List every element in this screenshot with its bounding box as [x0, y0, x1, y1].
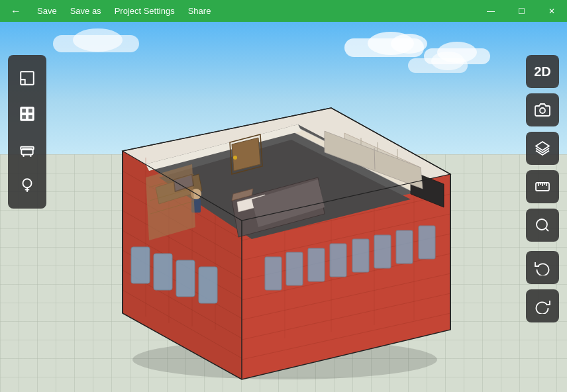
redo-icon: [535, 298, 550, 314]
save-as-button[interactable]: Save as: [65, 3, 107, 19]
svg-rect-70: [21, 72, 34, 85]
svg-rect-74: [21, 108, 26, 113]
layers-icon: [535, 140, 550, 156]
zoom-button[interactable]: [526, 209, 559, 242]
save-button[interactable]: Save: [32, 3, 62, 19]
furniture-icon: [19, 141, 36, 158]
svg-point-85: [540, 108, 545, 113]
window-controls: — ☐ ✕: [476, 0, 567, 22]
plant-tool-button[interactable]: [9, 168, 45, 203]
title-bar: ← Save Save as Project Settings Share — …: [0, 0, 567, 22]
project-settings-button[interactable]: Project Settings: [109, 3, 180, 19]
furniture-tool-button[interactable]: [9, 132, 45, 168]
back-button[interactable]: ←: [5, 3, 26, 20]
redo-button[interactable]: [526, 289, 559, 322]
right-sidebar: 2D: [526, 55, 559, 322]
plant-icon: [19, 177, 36, 194]
svg-rect-76: [21, 115, 26, 120]
search-icon: [535, 217, 550, 233]
2d-toggle-button[interactable]: 2D: [526, 55, 559, 88]
svg-rect-79: [21, 147, 34, 150]
layers-button[interactable]: [526, 132, 559, 165]
maximize-button[interactable]: ☐: [506, 0, 537, 22]
svg-rect-77: [28, 115, 33, 120]
ruler-button[interactable]: [526, 170, 559, 203]
share-button[interactable]: Share: [183, 3, 217, 19]
svg-rect-75: [28, 108, 33, 113]
ground-grid: [0, 154, 567, 392]
window-icon: [19, 105, 36, 122]
room-icon: [19, 70, 36, 87]
sky-background: [0, 22, 567, 154]
ruler-icon: [535, 179, 550, 195]
svg-point-82: [23, 179, 32, 187]
svg-point-93: [537, 219, 547, 230]
window-tool-button[interactable]: [9, 96, 45, 132]
camera-icon: [535, 102, 550, 118]
undo-button[interactable]: [526, 251, 559, 284]
close-button[interactable]: ✕: [537, 0, 567, 22]
left-sidebar: [8, 55, 46, 209]
camera-button[interactable]: [526, 93, 559, 126]
main-viewport[interactable]: 2D: [0, 22, 567, 392]
room-tool-button[interactable]: [9, 60, 45, 96]
minimize-button[interactable]: —: [476, 0, 506, 22]
svg-line-94: [546, 228, 548, 231]
undo-icon: [535, 260, 550, 275]
